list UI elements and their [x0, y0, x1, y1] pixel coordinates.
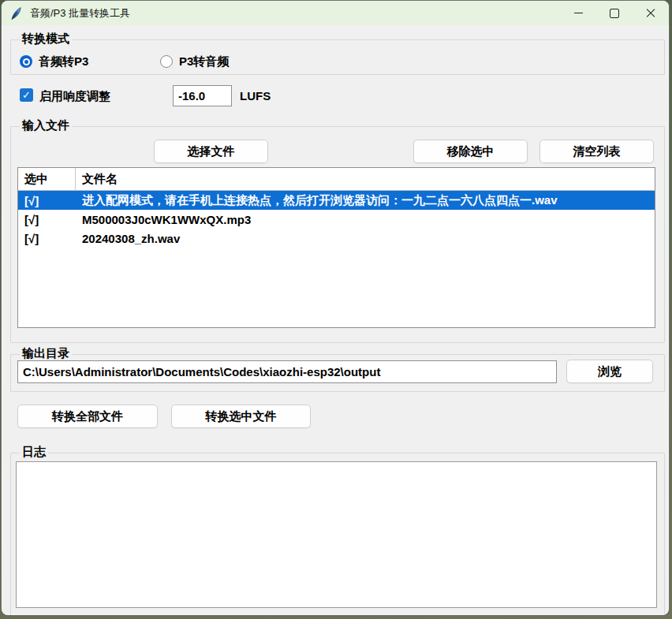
- maximize-button[interactable]: [596, 1, 633, 25]
- row-checked-cell: [√]: [18, 232, 76, 245]
- column-header-checked[interactable]: 选中: [18, 168, 76, 190]
- clear-list-button[interactable]: 清空列表: [539, 140, 654, 163]
- row-checked-cell: [√]: [18, 194, 76, 207]
- minimize-icon: [574, 13, 583, 13]
- radio-audio-to-p3[interactable]: [20, 55, 32, 68]
- radio-audio-to-p3-label[interactable]: 音频转P3: [39, 54, 88, 69]
- select-files-button[interactable]: 选择文件: [154, 140, 268, 163]
- close-button[interactable]: [633, 1, 669, 25]
- checkmark-icon: ✓: [22, 88, 31, 102]
- browse-button[interactable]: 浏览: [566, 360, 653, 383]
- python-feather-icon: [9, 6, 24, 21]
- radio-p3-to-audio-label[interactable]: P3转音频: [179, 54, 229, 69]
- output-dir-title: 输出目录: [20, 346, 72, 360]
- log-title: 日志: [20, 445, 48, 458]
- output-dir-input[interactable]: [17, 360, 557, 383]
- file-table-header: 选中 文件名: [18, 168, 655, 191]
- title-bar: 音频/P3 批量转换工具: [2, 1, 669, 25]
- remove-selected-button[interactable]: 移除选中: [413, 140, 528, 163]
- convert-selected-button[interactable]: 转换选中文件: [171, 405, 311, 428]
- file-table: 选中 文件名 [√] 进入配网模式，请在手机上连接热点，然后打开浏览器访问：一九…: [17, 167, 655, 328]
- close-icon: [646, 9, 655, 18]
- window-title: 音频/P3 批量转换工具: [30, 6, 130, 21]
- row-checked-cell: [√]: [18, 213, 76, 226]
- maximize-icon: [610, 9, 619, 18]
- lufs-input[interactable]: [173, 85, 232, 106]
- window-controls: [560, 1, 669, 25]
- column-header-filename[interactable]: 文件名: [76, 172, 655, 187]
- row-filename-cell: 20240308_zh.wav: [76, 232, 655, 245]
- convert-all-button[interactable]: 转换全部文件: [17, 405, 158, 428]
- mode-groupbox: [10, 39, 665, 75]
- file-table-body: [√] 进入配网模式，请在手机上连接热点，然后打开浏览器访问：一九二点一六八点四…: [18, 191, 655, 248]
- mode-group-title: 转换模式: [20, 32, 72, 45]
- row-filename-cell: M500003J0cWK1WWxQX.mp3: [76, 213, 655, 226]
- minimize-button[interactable]: [560, 1, 596, 25]
- row-filename-cell: 进入配网模式，请在手机上连接热点，然后打开浏览器访问：一九二点一六八点四点一.w…: [76, 193, 655, 208]
- log-textarea[interactable]: [16, 461, 657, 608]
- table-row[interactable]: [√] M500003J0cWK1WWxQX.mp3: [18, 210, 655, 229]
- app-window: 音频/P3 批量转换工具 转换模式 音频转P3 P3转音频 ✓ 启用响度调整 L…: [2, 1, 669, 615]
- loudness-checkbox[interactable]: ✓: [20, 88, 33, 102]
- lufs-unit-label: LUFS: [240, 89, 271, 103]
- table-row[interactable]: [√] 进入配网模式，请在手机上连接热点，然后打开浏览器访问：一九二点一六八点四…: [18, 191, 655, 210]
- radio-p3-to-audio[interactable]: [160, 55, 173, 68]
- input-files-title: 输入文件: [20, 118, 72, 132]
- table-row[interactable]: [√] 20240308_zh.wav: [18, 229, 655, 248]
- loudness-checkbox-label[interactable]: 启用响度调整: [39, 89, 110, 103]
